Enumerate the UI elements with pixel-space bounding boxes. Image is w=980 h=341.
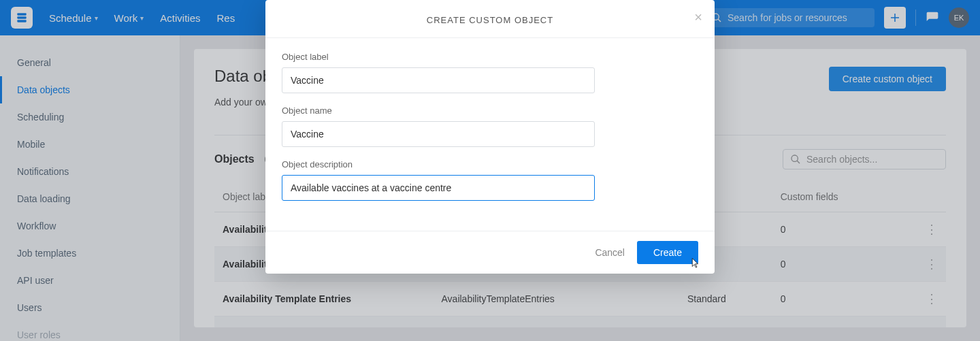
close-icon[interactable]: × [694, 10, 702, 25]
field-object-label: Object label [282, 52, 698, 93]
create-button[interactable]: Create [637, 241, 698, 264]
create-object-modal: CREATE CUSTOM OBJECT × Object label Obje… [265, 0, 715, 274]
field-object-name: Object name [282, 105, 698, 147]
field-label: Object name [282, 105, 698, 116]
modal-title: CREATE CUSTOM OBJECT [282, 15, 698, 25]
cancel-button[interactable]: Cancel [595, 247, 625, 258]
modal-header: CREATE CUSTOM OBJECT × [265, 0, 715, 38]
field-label: Object label [282, 52, 698, 62]
field-object-description: Object description [282, 159, 698, 201]
modal-footer: Cancel Create [265, 231, 715, 274]
object-name-input[interactable] [282, 121, 595, 147]
modal-overlay: CREATE CUSTOM OBJECT × Object label Obje… [0, 0, 980, 341]
object-description-input[interactable] [282, 175, 595, 201]
field-label: Object description [282, 159, 698, 169]
object-label-input[interactable] [282, 67, 595, 93]
modal-body: Object label Object name Object descript… [265, 38, 715, 231]
